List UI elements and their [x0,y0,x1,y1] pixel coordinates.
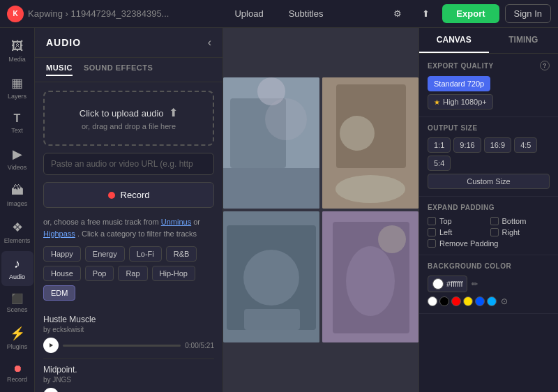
signin-button[interactable]: Sign In [505,4,551,23]
record-button[interactable]: Record [43,182,214,208]
play-button-2[interactable] [43,388,59,392]
sidebar-item-record[interactable]: ⏺ Record [1,357,33,389]
color-input-row[interactable]: #ffffff [428,276,467,292]
subtitles-button[interactable]: Subtitles [283,6,329,22]
padding-top-checkbox[interactable] [428,217,436,225]
genre-lo-fi[interactable]: Lo-Fi [129,246,162,262]
sidebar-item-text[interactable]: T Text [1,107,33,140]
tab-sound-effects[interactable]: SOUND EFFECTS [84,63,153,76]
padding-bottom-item[interactable]: Bottom [490,217,550,225]
sidebar-label-plugins: Plugins [7,343,28,350]
genre-edm[interactable]: EDM [43,285,75,301]
padding-grid: Top Bottom Left Right [428,217,550,236]
app-logo: K [7,6,24,22]
svg-rect-14 [244,309,300,330]
progress-bar-1[interactable] [63,345,181,347]
sidebar-item-scenes[interactable]: ⬛ Scenes [1,287,33,319]
bg-color-title: BACKGROUND COLOR [428,262,511,270]
svg-point-9 [335,175,405,203]
scenes-icon: ⬛ [11,293,23,304]
genre-energy[interactable]: Energy [85,246,125,262]
pencil-icon[interactable]: ✏ [472,280,478,289]
upload-button[interactable]: Upload [229,6,269,22]
svg-rect-5 [223,168,319,209]
quality-high-button[interactable]: ★ High 1080p+ [428,94,493,110]
genre-house[interactable]: House [43,266,81,281]
canvas-images [223,77,418,342]
svg-point-18 [378,225,406,253]
background-color-section: BACKGROUND COLOR #ffffff ✏ ⊙ [419,255,558,314]
color-dot-blue[interactable] [475,296,485,306]
record-label: Record [121,190,150,200]
padding-left-label: Left [439,228,452,236]
genre-pop[interactable]: Pop [85,266,114,281]
padding-left-item[interactable]: Left [428,228,488,236]
genre-rnb[interactable]: R&B [166,246,197,262]
padding-right-item[interactable]: Right [490,228,550,236]
color-dot-red[interactable] [451,296,461,306]
sidebar-item-layers[interactable]: ▦ Layers [1,70,33,105]
settings-icon[interactable]: ⚙ [386,3,409,25]
export-button[interactable]: Export [442,4,499,23]
track-by-1: by eckskwisit [43,326,214,333]
size-5-4[interactable]: 5:4 [428,156,451,171]
genre-happy[interactable]: Happy [43,246,81,262]
track-midpoint: Midpoint. by JNGS 0:00/4:00 [43,359,214,392]
padding-bottom-checkbox[interactable] [490,217,499,225]
star-icon: ★ [434,98,440,106]
sidebar-label-elements: Elements [4,237,31,244]
color-swatch-white [432,278,444,289]
right-tabs: CANVAS TIMING [419,28,558,54]
tab-timing[interactable]: TIMING [489,28,559,53]
padding-left-checkbox[interactable] [428,228,436,236]
expand-padding-section: EXPAND PADDING Top Bottom Left Right [419,197,558,255]
custom-size-button[interactable]: Custom Size [428,174,550,189]
canvas-image-tl [223,77,319,209]
audio-panel: AUDIO ‹ MUSIC SOUND EFFECTS Click to upl… [35,28,223,392]
padding-right-checkbox[interactable] [490,228,499,236]
bg-color-row: #ffffff ✏ ⊙ [428,276,550,306]
sidebar-item-videos[interactable]: ▶ Videos [1,141,33,176]
remove-padding-item[interactable]: Remove Padding [428,239,550,248]
sidebar-item-images[interactable]: 🏔 Images [1,178,33,213]
help-icon[interactable]: ? [540,61,550,70]
canvas-area[interactable] [223,28,418,392]
eyedropper-icon[interactable]: ⊙ [501,296,508,306]
padding-top-label: Top [439,217,452,225]
audio-icon: ♪ [14,257,20,271]
highpass-link[interactable]: Highpass [43,229,75,238]
sidebar-item-plugins[interactable]: ⚡ Plugins [1,320,33,356]
sidebar-item-audio[interactable]: ♪ Audio [1,251,33,286]
color-dot-white[interactable] [428,296,437,306]
size-1-1[interactable]: 1:1 [428,137,451,153]
collapse-button[interactable]: ‹ [208,36,211,49]
color-dot-black[interactable] [439,296,449,306]
svg-marker-0 [50,343,53,347]
tab-canvas[interactable]: CANVAS [419,28,489,53]
size-16-9[interactable]: 16:9 [484,137,511,153]
remove-padding-checkbox[interactable] [428,239,436,248]
padding-top-item[interactable]: Top [428,217,488,225]
quality-standard-button[interactable]: Standard 720p [428,76,490,91]
play-button-1[interactable] [43,338,59,353]
genre-rap[interactable]: Rap [118,266,147,281]
genre-hip-hop[interactable]: Hip-Hop [152,266,195,281]
url-input[interactable] [43,153,214,175]
unminus-link[interactable]: Unminus [161,218,191,226]
upload-area[interactable]: Click to upload audio ⬆ or, drag and dro… [43,91,214,146]
sidebar-item-elements[interactable]: ❖ Elements [1,214,33,250]
color-hex-value: #ffffff [446,280,462,288]
size-9-16[interactable]: 9:16 [453,137,481,153]
padding-bottom-label: Bottom [502,217,527,225]
tab-music[interactable]: MUSIC [46,63,73,76]
color-dot-yellow[interactable] [463,296,473,306]
share-icon[interactable]: ⬆ [414,3,437,25]
sidebar-label-layers: Layers [8,93,27,100]
sidebar-label-media: Media [8,56,26,63]
sidebar-item-media[interactable]: 🖼 Media [1,33,33,68]
sidebar-label-images: Images [7,200,28,207]
color-dot-cyan[interactable] [487,296,497,306]
size-4-5[interactable]: 4:5 [514,137,537,153]
remove-padding-label: Remove Padding [439,239,498,248]
output-size-title: OUTPUT SIZE [428,124,478,132]
